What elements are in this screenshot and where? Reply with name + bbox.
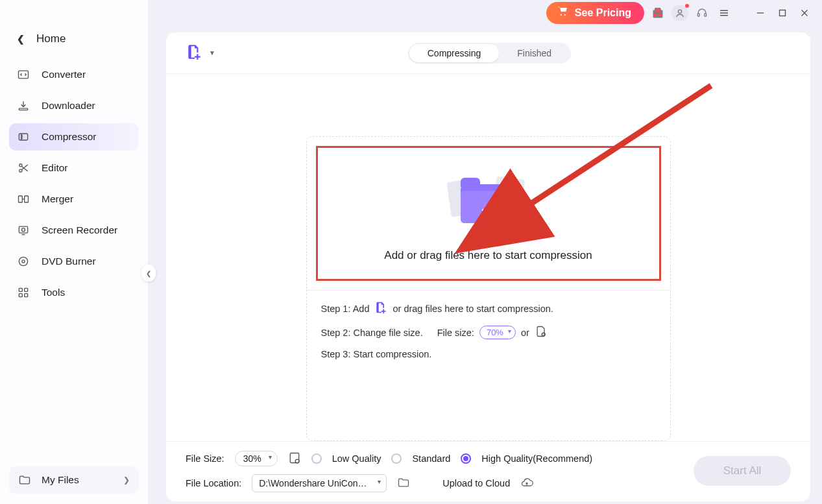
svg-rect-12 — [25, 288, 28, 291]
chevron-left-icon: ❮ — [146, 270, 151, 277]
window-maximize-button[interactable] — [774, 5, 791, 21]
tab-compressing[interactable]: Compressing — [409, 44, 499, 62]
sidebar-item-dvd-burner[interactable]: DVD Burner — [9, 248, 139, 275]
svg-rect-13 — [19, 294, 22, 297]
quality-high-label[interactable]: High Quality(Recommend) — [481, 453, 592, 464]
quality-standard-radio[interactable] — [391, 453, 402, 464]
step1-text-b: or drag files here to start compression. — [393, 304, 553, 314]
sidebar-item-downloader[interactable]: Downloader — [9, 92, 139, 119]
main-area: ＋ Add or drag files here to start compre… — [166, 74, 810, 441]
drop-text: Add or drag files here to start compress… — [384, 249, 592, 262]
download-icon — [17, 99, 30, 112]
svg-point-9 — [19, 257, 27, 265]
file-size-select[interactable]: 30% — [235, 451, 278, 466]
right-pane: See Pricing — [148, 0, 822, 504]
drop-illustration: ＋ — [440, 166, 537, 230]
home-button[interactable]: ❮ Home — [0, 25, 148, 61]
disc-icon — [17, 255, 30, 268]
svg-point-4 — [19, 169, 22, 172]
quality-low-radio[interactable] — [311, 453, 322, 464]
add-file-dropdown[interactable]: ▼ — [186, 43, 215, 62]
chevron-down-icon: ▼ — [209, 49, 215, 56]
quality-high-radio[interactable] — [461, 453, 471, 464]
home-label: Home — [36, 32, 66, 45]
file-size-label: File Size: — [186, 453, 224, 464]
sidebar-item-converter[interactable]: Converter — [9, 61, 139, 88]
sidebar-collapse-button[interactable]: ❮ — [141, 265, 156, 282]
sidebar-nav: Converter Downloader Compressor Editor M… — [0, 61, 148, 306]
quality-low-label[interactable]: Low Quality — [332, 453, 381, 464]
see-pricing-button[interactable]: See Pricing — [546, 2, 644, 24]
svg-point-8 — [22, 228, 25, 232]
converter-icon — [17, 68, 30, 81]
drop-card: ＋ Add or drag files here to start compre… — [306, 136, 671, 441]
chevron-right-icon: ❯ — [123, 475, 130, 485]
steps: Step 1: Add or drag files here to start … — [307, 290, 670, 374]
pricing-label: See Pricing — [575, 7, 631, 19]
step1-text-a: Step 1: Add — [321, 304, 370, 314]
svg-rect-1 — [19, 108, 27, 110]
nav-label: Editor — [42, 162, 68, 174]
svg-rect-2 — [19, 134, 27, 140]
sidebar: ❮ Home Converter Downloader Compressor — [0, 0, 148, 504]
open-folder-icon[interactable] — [397, 476, 410, 491]
sidebar-item-editor[interactable]: Editor — [9, 154, 139, 182]
nav-label: DVD Burner — [42, 256, 96, 267]
record-icon — [17, 224, 30, 237]
svg-rect-18 — [780, 10, 786, 16]
plus-icon: ＋ — [479, 200, 493, 219]
svg-rect-22 — [290, 453, 298, 462]
gift-icon[interactable] — [649, 5, 666, 21]
cloud-upload-icon[interactable] — [520, 476, 533, 491]
sidebar-item-screen-recorder[interactable]: Screen Recorder — [9, 217, 139, 244]
step2-text-b: File size: — [437, 328, 474, 338]
svg-rect-7 — [19, 226, 27, 233]
nav-label: Converter — [42, 69, 86, 80]
my-files-button[interactable]: My Files ❯ — [9, 466, 139, 494]
file-location-select[interactable]: D:\Wondershare UniConverter 1 — [252, 474, 387, 492]
quality-standard-label[interactable]: Standard — [412, 453, 450, 464]
svg-rect-6 — [25, 196, 29, 202]
sidebar-item-compressor[interactable]: Compressor — [9, 123, 139, 150]
folder-icon — [18, 474, 31, 486]
card-header: ▼ Compressing Finished — [166, 32, 810, 74]
svg-rect-0 — [19, 71, 29, 78]
file-drop-zone[interactable]: ＋ Add or drag files here to start compre… — [316, 146, 661, 281]
window-minimize-button[interactable] — [752, 5, 769, 21]
sidebar-item-merger[interactable]: Merger — [9, 186, 139, 213]
tabs: Compressing Finished — [408, 43, 571, 64]
preset-settings-icon[interactable] — [288, 451, 301, 466]
compressor-icon — [17, 130, 30, 143]
add-file-icon — [186, 43, 202, 62]
svg-point-10 — [22, 260, 25, 263]
file-location-label: File Location: — [186, 478, 241, 488]
start-all-button[interactable]: Start All — [694, 456, 791, 486]
grid-icon — [17, 286, 30, 299]
support-icon[interactable] — [694, 5, 710, 21]
step-1: Step 1: Add or drag files here to start … — [321, 301, 656, 316]
cart-icon — [557, 6, 568, 20]
nav-label: Merger — [42, 193, 73, 205]
file-settings-icon[interactable] — [535, 325, 548, 340]
svg-rect-11 — [19, 288, 22, 291]
svg-point-3 — [19, 164, 22, 167]
tab-finished[interactable]: Finished — [499, 44, 570, 62]
step2-filesize-select[interactable]: 70% — [479, 326, 516, 339]
svg-rect-16 — [697, 14, 699, 17]
scissors-icon — [17, 162, 30, 174]
svg-point-15 — [678, 10, 681, 13]
add-file-icon — [374, 301, 387, 316]
chevron-left-icon: ❮ — [17, 34, 25, 44]
svg-rect-14 — [25, 294, 28, 297]
account-icon[interactable] — [671, 5, 688, 21]
window-close-button[interactable] — [796, 5, 813, 21]
nav-label: Downloader — [42, 100, 95, 112]
menu-icon[interactable] — [716, 5, 732, 21]
merger-icon — [17, 193, 30, 206]
sidebar-item-tools[interactable]: Tools — [9, 279, 139, 306]
nav-label: Compressor — [42, 131, 96, 143]
titlebar: See Pricing — [148, 0, 822, 26]
svg-rect-5 — [19, 196, 23, 202]
svg-rect-17 — [705, 14, 707, 17]
step3-text: Step 3: Start compression. — [321, 349, 432, 359]
